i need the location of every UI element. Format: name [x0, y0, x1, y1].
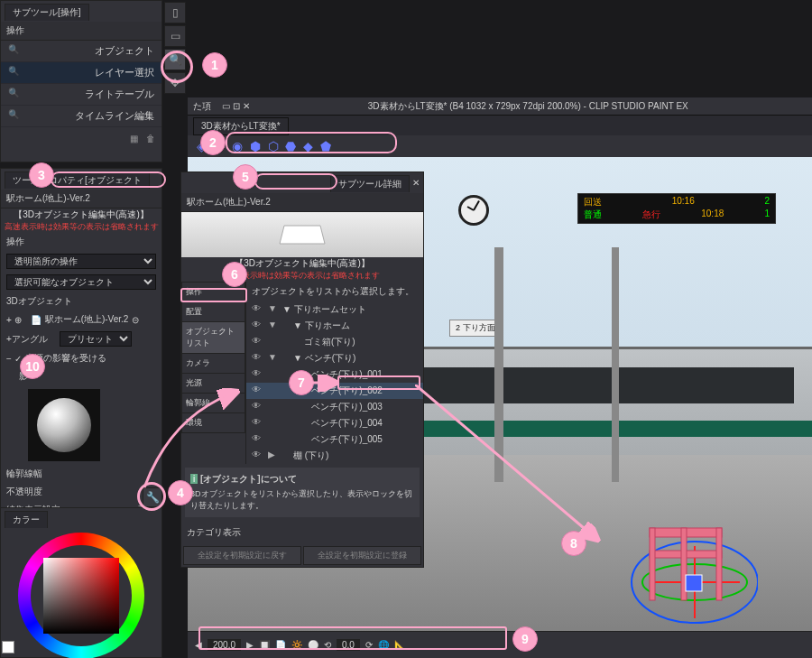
panel-icon-2[interactable]: 🗑: [143, 131, 158, 145]
annot-ring-4: [137, 482, 166, 511]
category-label[interactable]: カテゴリ表示: [181, 521, 423, 544]
swatch[interactable]: [2, 641, 14, 653]
info-title: [オブジェクト]について: [200, 474, 297, 484]
dtab-outline[interactable]: 輪郭線: [181, 393, 245, 413]
save-button[interactable]: 全設定を初期設定に登録: [303, 546, 421, 565]
dtab-camera[interactable]: カメラ: [181, 353, 245, 374]
prop-selectable[interactable]: 選択可能なオブジェクト: [6, 274, 156, 290]
svg-rect-7: [716, 528, 722, 600]
pillar: [494, 247, 503, 482]
bb-icon[interactable]: ⟳: [365, 640, 373, 650]
dtab-env[interactable]: 環境: [181, 412, 245, 433]
subtool-tab[interactable]: サブツール[操作]: [5, 4, 89, 21]
panel-icon-1[interactable]: ▦: [126, 131, 141, 145]
sign-time-1: 10:16: [672, 196, 695, 209]
detail-desc: オブジェクトをリストから選択します。: [246, 282, 423, 301]
svg-rect-9: [686, 575, 702, 591]
vtool-1[interactable]: ▯: [164, 2, 186, 23]
tree-trash[interactable]: 👁ゴミ箱(下り): [246, 334, 423, 350]
sign-time-2: 10:18: [701, 209, 724, 221]
prop-op-label: 操作: [6, 236, 24, 248]
train: [404, 347, 812, 455]
selected-bench[interactable]: [595, 501, 758, 627]
zoom-value[interactable]: 200.0: [208, 639, 241, 651]
prop-angle[interactable]: +アングル: [6, 333, 48, 346]
clock-icon: [458, 195, 489, 226]
info-body: 3Dオブジェクトをリストから選択したり、表示やロックを切り替えたりします。: [190, 488, 414, 512]
close-icon[interactable]: ✕: [412, 178, 420, 188]
sign-track-2: 1: [764, 209, 770, 221]
dtab-light[interactable]: 光源: [181, 373, 245, 394]
subtool-item-layer[interactable]: レイヤー選択: [1, 62, 161, 84]
platform-sign: 2 下り方面: [449, 320, 502, 337]
window-title: 3D素材からLT変換* (B4 1032 x 729px 72dpi 200.0…: [250, 100, 807, 113]
svg-marker-10: [280, 226, 325, 244]
tree-benchgrp[interactable]: 👁▼▼ ベンチ(下り): [246, 350, 423, 366]
manipulator-icons[interactable]: ◈ ✦ ◉ ⬢ ⬡ ⬣ ◆ ⬟: [197, 139, 333, 153]
zoom-in[interactable]: ▶: [246, 640, 254, 650]
bb-icon[interactable]: ⟲: [324, 640, 331, 650]
tree-shelf[interactable]: 👁▶棚 (下り): [246, 448, 423, 464]
tree-home[interactable]: 👁▼▼ 下りホーム: [246, 318, 423, 334]
toolprop-title: 駅ホーム(地上)-Ver.2: [1, 190, 161, 209]
sign-dest-2a: 普通: [584, 209, 602, 221]
toolprop-editmode: 【3Dオブジェクト編集中(高速)】: [1, 209, 161, 221]
dtab-op[interactable]: 操作: [181, 282, 245, 302]
sign-dest-1: 回送: [584, 196, 602, 209]
tree-bench-3[interactable]: 👁ベンチ(下り)_003: [246, 399, 423, 415]
vtool-2[interactable]: ▭: [164, 25, 186, 47]
color-tab[interactable]: カラー: [5, 511, 48, 528]
detail-editmode: 【3Dオブジェクト編集中(高速)】: [181, 257, 423, 270]
detail-warn: 高速表示時は効果等の表示は省略されます: [181, 270, 423, 282]
prop-outline: 輪郭線幅: [6, 468, 42, 480]
subtool-item-object[interactable]: オブジェクト: [1, 41, 161, 62]
bb-icon[interactable]: 🔆: [291, 640, 302, 650]
prop-shadow: 影: [19, 370, 28, 383]
zoom-out[interactable]: ◀: [195, 640, 202, 650]
toolprop-tab[interactable]: ツールプロパティ[オブジェクト: [5, 171, 150, 189]
info-icon: i: [190, 474, 198, 484]
subtool-group: 操作: [1, 22, 161, 41]
prop-objname[interactable]: 駅ホーム(地上)-Ver.2: [45, 313, 129, 326]
subtool-item-lighttable[interactable]: ライトテーブル: [1, 84, 161, 106]
bb-icon[interactable]: 🔲: [259, 640, 270, 650]
sign-dest-2b: 急行: [642, 209, 660, 221]
prop-transparent[interactable]: 透明箇所の操作: [6, 254, 156, 269]
tree-bench-1[interactable]: 👁ベンチ(下り)_001: [246, 366, 423, 383]
rot-value[interactable]: 0.0: [337, 639, 360, 651]
subtool-item-timeline[interactable]: タイムライン編集: [1, 106, 161, 127]
prop-3d-label: 3Dオブジェクト: [6, 295, 72, 308]
win-ctrl[interactable]: ▭ ⊡ ✕: [222, 101, 250, 111]
badge-1: 1: [202, 52, 227, 78]
bb-icon[interactable]: 🌐: [378, 640, 389, 650]
svg-rect-6: [650, 528, 655, 600]
dtab-layout[interactable]: 配置: [181, 301, 245, 322]
tree-homeset[interactable]: 👁▼▼ 下りホームセット: [246, 301, 423, 318]
tree-bench-2[interactable]: 👁ベンチ(下り)_002: [246, 383, 423, 399]
sphere-preview[interactable]: [28, 389, 100, 461]
document-tab[interactable]: 3D素材からLT変換*: [193, 117, 289, 135]
bb-icon[interactable]: ⚪: [308, 640, 318, 650]
annot-ring-1: [161, 51, 193, 83]
winbar-fragment: た項: [193, 100, 211, 113]
pillar: [612, 247, 619, 482]
color-wheel[interactable]: [18, 533, 144, 658]
tree-bench-5[interactable]: 👁ベンチ(下り)_005: [246, 431, 423, 448]
laptop-icon: [275, 221, 329, 248]
prop-light[interactable]: 光源の影響を受ける: [25, 352, 106, 365]
bb-icon[interactable]: 📐: [394, 640, 405, 650]
prop-opacity: 不透明度: [6, 486, 42, 498]
prop-preset[interactable]: プリセット: [60, 331, 132, 347]
toolprop-warn: 高速表示時は効果等の表示は省略されます: [1, 221, 161, 233]
reset-button[interactable]: 全設定を初期設定に戻す: [183, 546, 301, 565]
detail-title: 駅ホーム(地上)-Ver.2: [181, 193, 423, 212]
tree-bench-4[interactable]: 👁ベンチ(下り)_004: [246, 415, 423, 431]
bb-icon[interactable]: 📄: [275, 640, 286, 650]
detail-tab[interactable]: サブツール詳細: [330, 175, 410, 192]
sign-track-1: 2: [764, 196, 770, 209]
